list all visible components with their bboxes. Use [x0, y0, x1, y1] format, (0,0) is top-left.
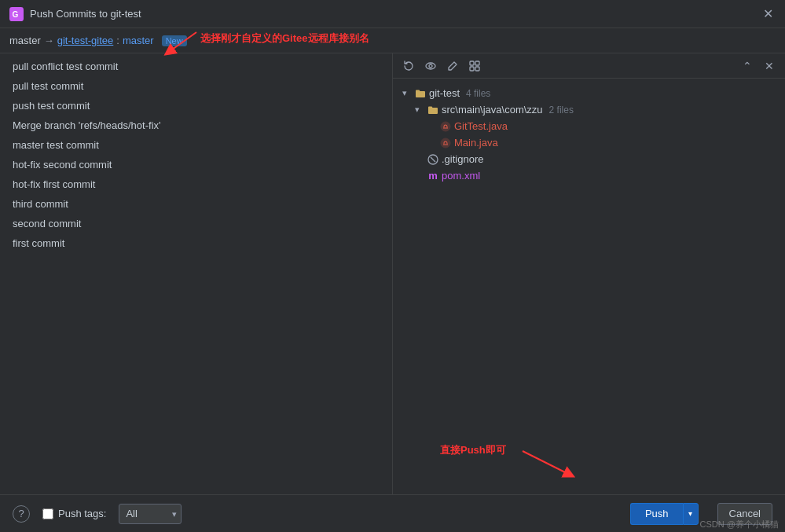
push-tags-checkbox[interactable]: [42, 508, 53, 519]
svg-text:G: G: [12, 9, 18, 18]
chevron-down-icon: ▾: [415, 105, 424, 115]
tree-gitignore-label: .gitignore: [442, 153, 483, 165]
right-toolbar: ⌃ ✕: [393, 53, 785, 79]
tree-file-gitignore[interactable]: ▾ .gitignore: [396, 151, 782, 167]
branch-bar: master → git-test-gitee : master New: [0, 28, 785, 53]
eye-button[interactable]: [421, 57, 440, 75]
svg-rect-8: [475, 67, 479, 71]
tree-folder-src[interactable]: ▾ src\main\java\com\zzu 2 files: [396, 101, 782, 118]
tree-root-label: git-test: [429, 87, 460, 99]
toolbar-left: [399, 57, 484, 75]
list-item[interactable]: master test commit: [0, 135, 392, 155]
new-badge: New: [162, 35, 187, 46]
list-item[interactable]: second commit: [0, 214, 392, 233]
push-button[interactable]: Push: [630, 503, 683, 525]
svg-rect-6: [475, 61, 479, 65]
svg-line-12: [431, 157, 435, 162]
svg-point-9: [441, 122, 450, 131]
svg-point-10: [441, 138, 450, 148]
source-branch-label: master: [9, 35, 41, 46]
branch-separator: :: [116, 35, 119, 46]
file-tree: ▾ git-test 4 files ▾ src\main\java\com\z…: [393, 79, 785, 494]
gitee-file-icon: [440, 138, 451, 149]
branch-arrow-icon: →: [44, 35, 54, 46]
tree-src-label: src\main\java\com\zzu: [442, 104, 543, 116]
title-bar: G Push Commits to git-test ✕: [0, 0, 785, 28]
pom-icon: m: [427, 170, 438, 182]
tree-main-label: Main.java: [454, 137, 498, 149]
list-item[interactable]: hot-fix first commit: [0, 174, 392, 194]
gitignore-icon: [427, 154, 438, 165]
content-area: pull conflict test commit pull test comm…: [0, 53, 785, 494]
list-item[interactable]: pull test commit: [0, 76, 392, 96]
target-branch-label[interactable]: master: [123, 35, 154, 46]
tree-pom-label: pom.xml: [442, 170, 480, 182]
toolbar-right: ⌃ ✕: [738, 57, 779, 75]
svg-rect-7: [470, 67, 474, 71]
list-item[interactable]: third commit: [0, 194, 392, 214]
tree-gittest-label: GitTest.java: [454, 120, 508, 132]
push-commits-dialog: G Push Commits to git-test ✕ 选择刚才自定义的Git…: [0, 0, 785, 532]
refresh-button[interactable]: [399, 57, 418, 75]
push-tags-checkbox-label[interactable]: Push tags:: [42, 508, 106, 519]
dialog-title: Push Commits to git-test: [30, 8, 760, 20]
close-button[interactable]: ✕: [760, 6, 776, 22]
collapse-button[interactable]: ⌃: [738, 57, 757, 75]
list-item[interactable]: first commit: [0, 233, 392, 253]
svg-point-3: [426, 63, 435, 69]
commits-panel: pull conflict test commit pull test comm…: [0, 53, 393, 494]
close-panel-button[interactable]: ✕: [760, 57, 779, 75]
help-button[interactable]: ?: [13, 505, 30, 523]
folder-icon: [415, 88, 426, 99]
grid-button[interactable]: [465, 57, 484, 75]
tree-file-gittest[interactable]: ▾ GitTest.java: [396, 118, 782, 134]
push-tags-label: Push tags:: [58, 508, 106, 519]
tree-file-pom[interactable]: ▾ m pom.xml: [396, 167, 782, 184]
svg-rect-5: [470, 61, 474, 65]
chevron-down-icon: ▾: [402, 88, 412, 98]
tree-root-count: 4 files: [466, 88, 490, 99]
edit-button[interactable]: [443, 57, 462, 75]
push-button-group: Push ▾: [630, 503, 699, 525]
list-item[interactable]: hot-fix second commit: [0, 155, 392, 174]
gitee-logo-icon: G: [9, 7, 24, 21]
right-panel: ⌃ ✕ ▾ git-test 4 files ▾ src\main\java\c: [393, 53, 785, 494]
list-item[interactable]: pull conflict test commit: [0, 57, 392, 76]
folder-icon: [427, 105, 438, 116]
list-item[interactable]: Merge branch 'refs/heads/hot-fix': [0, 116, 392, 135]
list-item[interactable]: push test commit: [0, 96, 392, 116]
tree-root-item[interactable]: ▾ git-test 4 files: [396, 85, 782, 101]
svg-point-4: [429, 64, 432, 68]
push-dropdown-button[interactable]: ▾: [683, 503, 699, 525]
bottom-bar: ? Push tags: All Push ▾ Cancel: [0, 494, 785, 532]
gitee-file-icon: [440, 121, 451, 132]
remote-link[interactable]: git-test-gitee: [57, 35, 114, 46]
tree-src-count: 2 files: [549, 105, 574, 116]
tree-file-main[interactable]: ▾ Main.java: [396, 134, 782, 151]
tags-dropdown-wrapper: All: [119, 504, 182, 524]
cancel-button[interactable]: Cancel: [717, 503, 772, 525]
tags-dropdown[interactable]: All: [119, 504, 182, 524]
